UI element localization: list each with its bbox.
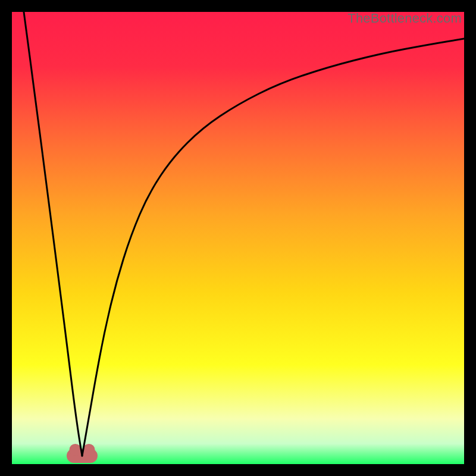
svg-point-1 (69, 444, 81, 456)
chart-frame: TheBottleneck.com (12, 12, 464, 464)
gradient-background (12, 12, 464, 464)
plot-area (12, 12, 464, 464)
watermark-text: TheBottleneck.com (347, 11, 462, 26)
